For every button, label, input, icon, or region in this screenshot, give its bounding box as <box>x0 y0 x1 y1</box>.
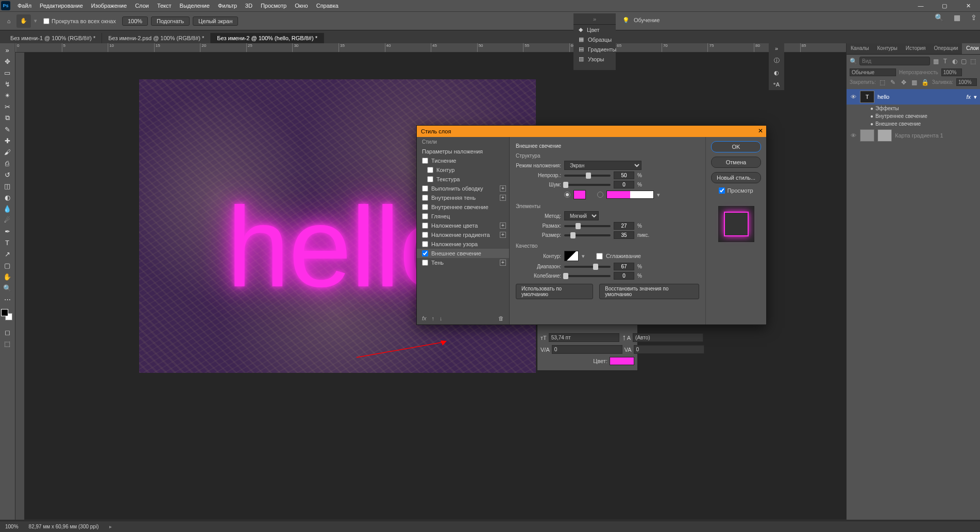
menu-3d[interactable]: 3D <box>241 3 257 9</box>
frame-tool[interactable]: ⧉ <box>0 112 14 124</box>
patterns-tab[interactable]: ▥Узоры <box>573 54 616 64</box>
type-tool[interactable]: T <box>0 237 14 248</box>
method-select[interactable]: Мягкий <box>564 211 599 220</box>
blur-tool[interactable]: 💧 <box>0 203 14 214</box>
doc-tab-1[interactable]: Без имени-2.psd @ 100% (RGB/8#) * <box>102 33 211 43</box>
style-inner-shadow[interactable]: Внутренняя тень+ <box>417 193 509 202</box>
text-color-swatch[interactable] <box>610 357 634 365</box>
leading-input[interactable] <box>633 333 703 342</box>
fx-icon[interactable]: fx <box>966 94 971 100</box>
trash-icon[interactable]: 🗑 <box>498 315 504 321</box>
zoom-value[interactable]: 100% <box>122 16 148 26</box>
jitter-input[interactable] <box>614 272 634 280</box>
spread-slider[interactable] <box>564 225 611 227</box>
zoom-tool[interactable]: 🔍 <box>0 282 14 294</box>
new-style-button[interactable]: Новый стиль... <box>711 172 761 183</box>
color-tab[interactable]: ◆Цвет <box>573 25 616 35</box>
layer-style-dialog[interactable]: Стиль слоя ✕ Стили Параметры наложения Т… <box>416 125 767 325</box>
fullscreen-button[interactable]: Целый экран <box>193 16 238 26</box>
doc-tab-2[interactable]: Без имени-2 @ 100% (hello, RGB/8#) * <box>211 33 324 43</box>
blend-mode-select[interactable] <box>850 68 896 76</box>
panel-tab-layers[interactable]: Слои <box>962 43 980 54</box>
marquee-tool[interactable]: ▭ <box>0 67 14 78</box>
swatches-tab[interactable]: ▦Образцы <box>573 35 616 44</box>
size-slider[interactable] <box>564 234 611 236</box>
quickmask-icon[interactable]: ◻ <box>0 327 14 338</box>
tracking-input[interactable] <box>634 345 704 354</box>
antialias-checkbox[interactable] <box>596 253 603 260</box>
filter-icon[interactable]: T <box>941 58 949 65</box>
fit-button[interactable]: Подогнать <box>151 16 190 26</box>
filter-icon[interactable]: ▢ <box>960 58 968 65</box>
hand-tool[interactable]: ✋ <box>0 271 14 282</box>
make-default-button[interactable]: Использовать по умолчанию <box>516 284 593 299</box>
plus-icon[interactable]: + <box>500 260 506 266</box>
menu-edit[interactable]: Редактирование <box>36 3 87 9</box>
panel-tab-history[interactable]: История <box>902 43 930 54</box>
shape-tool[interactable]: ▢ <box>0 260 14 271</box>
cancel-button[interactable]: Отмена <box>711 157 761 168</box>
gradients-tab[interactable]: ▤Градиенты <box>573 44 616 54</box>
lock-icon[interactable]: ▦ <box>910 79 918 86</box>
style-gradient-overlay[interactable]: Наложение градиента+ <box>417 230 509 239</box>
menu-select[interactable]: Выделение <box>176 3 214 9</box>
crop-tool[interactable]: ✂ <box>0 101 14 112</box>
maximize-button[interactable]: ▢ <box>933 0 956 11</box>
filter-icon[interactable]: ⬚ <box>970 58 977 65</box>
gradient-radio[interactable] <box>597 192 603 198</box>
jitter-slider[interactable] <box>564 275 611 277</box>
menu-help[interactable]: Справка <box>312 3 343 9</box>
style-satin[interactable]: Глянец <box>417 212 509 221</box>
dialog-title[interactable]: Стиль слоя ✕ <box>417 126 766 137</box>
share-icon[interactable]: ⇪ <box>971 13 977 22</box>
doc-tab-0[interactable]: Без имени-1 @ 100% (RGB/8#) * <box>4 33 102 43</box>
lock-icon[interactable]: ✎ <box>889 79 897 86</box>
plus-icon[interactable]: + <box>500 195 506 201</box>
size-input[interactable] <box>614 231 634 239</box>
preview-checkbox[interactable]: Просмотр <box>711 187 761 194</box>
noise-slider[interactable] <box>564 184 611 186</box>
style-texture[interactable]: Текстура <box>417 175 509 184</box>
search-icon[interactable]: 🔍 <box>935 13 943 22</box>
menu-window[interactable]: Окно <box>291 3 312 9</box>
visibility-icon[interactable]: 👁 <box>850 94 857 100</box>
down-icon[interactable]: ↓ <box>440 315 443 321</box>
double-arrow-icon[interactable]: » <box>0 44 14 56</box>
fill-input[interactable] <box>956 78 977 86</box>
fx-icon[interactable]: fx <box>422 315 427 321</box>
menu-text[interactable]: Текст <box>153 3 176 9</box>
panel-tab-channels[interactable]: Каналы <box>847 43 873 54</box>
screenmode-icon[interactable]: ⬚ <box>0 338 14 349</box>
brush-tool[interactable]: 🖌 <box>0 146 14 158</box>
style-drop-shadow[interactable]: Тень+ <box>417 258 509 267</box>
opacity-input[interactable] <box>941 68 962 76</box>
panel-tab-paths[interactable]: Контуры <box>873 43 902 54</box>
move-tool[interactable]: ✥ <box>0 56 14 67</box>
style-outer-glow[interactable]: Внешнее свечение <box>417 249 509 258</box>
eraser-tool[interactable]: ◫ <box>0 180 14 192</box>
style-pattern-overlay[interactable]: Наложение узора <box>417 239 509 249</box>
menu-filter[interactable]: Фильтр <box>214 3 241 9</box>
layer-hello[interactable]: 👁 T hello fx ▾ <box>847 89 980 105</box>
up-icon[interactable]: ↑ <box>432 315 435 321</box>
font-size-input[interactable] <box>549 333 619 342</box>
history-brush-tool[interactable]: ↺ <box>0 169 14 180</box>
visibility-icon[interactable]: 👁 <box>850 132 857 139</box>
fg-bg-colors[interactable] <box>0 308 14 322</box>
hand-tool-icon[interactable]: ✋ <box>16 14 31 28</box>
kerning-input[interactable] <box>552 345 622 354</box>
range-slider[interactable] <box>564 266 611 268</box>
gradient-tool[interactable]: ◐ <box>0 192 14 203</box>
path-tool[interactable]: ↗ <box>0 248 14 260</box>
style-color-overlay[interactable]: Наложение цвета+ <box>417 221 509 230</box>
plus-icon[interactable]: + <box>500 232 506 238</box>
filter-icon[interactable]: ◐ <box>951 58 958 65</box>
lock-icon[interactable]: ✥ <box>900 79 908 86</box>
lock-icon[interactable]: 🔒 <box>921 79 929 86</box>
dodge-tool[interactable]: ☄ <box>0 214 14 226</box>
blend-mode-select[interactable]: Экран <box>564 161 641 170</box>
style-stroke[interactable]: Выполнить обводку+ <box>417 184 509 193</box>
blending-options[interactable]: Параметры наложения <box>417 147 509 156</box>
eyedropper-tool[interactable]: ✎ <box>0 124 14 135</box>
pen-tool[interactable]: ✒ <box>0 226 14 237</box>
